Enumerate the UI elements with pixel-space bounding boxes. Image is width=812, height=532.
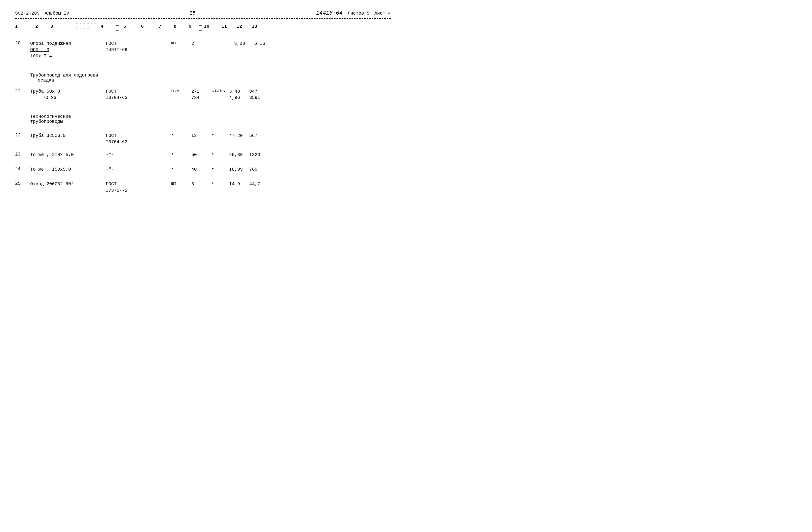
- col-sep-8: _: [184, 24, 189, 29]
- row-21-material: сталь: [212, 88, 229, 93]
- col-header-10: I0: [204, 24, 217, 29]
- row-25-gost: ГОСТ I7375-72: [106, 181, 146, 193]
- sheets-label: Листов 5: [348, 11, 369, 16]
- row-22-total: 567: [249, 133, 272, 139]
- col-header-7: 7: [159, 24, 169, 29]
- page-num: - I5 -: [74, 10, 311, 16]
- row-22-unit: •: [171, 133, 191, 138]
- row-23-gost: -"-: [106, 152, 146, 158]
- section-heading-tech-line2: трубопроводы: [30, 119, 391, 124]
- col-sep-13: __: [262, 24, 267, 29]
- row-23-material: •: [212, 152, 229, 157]
- col-sep-9: _ _: [199, 21, 204, 31]
- row-23-qty: 50: [191, 152, 212, 158]
- album-label: Альбом IV: [45, 11, 69, 16]
- col-sep-12: _: [247, 24, 252, 29]
- row-22-qty: I2: [191, 133, 212, 139]
- row-21-total: 947 359I: [249, 88, 272, 101]
- col-header-1: I: [15, 24, 30, 29]
- header: 902-2-289 Альбом IV - I5 - 14416·04 Лист…: [15, 10, 391, 16]
- col-header-12: I2: [237, 24, 247, 29]
- row-22-num: 22.: [15, 133, 30, 138]
- doc-number: 902-2-289: [15, 11, 40, 16]
- row-22-mass: 47.20: [229, 133, 249, 139]
- row-24-material: •: [212, 166, 229, 172]
- row-24-mass: I8,99: [229, 166, 249, 173]
- row-20-unit: шт: [171, 41, 191, 46]
- row-21-num: 2I.: [15, 88, 30, 93]
- columns-row: I _ 2 _ 3 ---------- 4 _ _ 5 __ 6 __ 7 _…: [15, 20, 391, 32]
- row-23-total: I320: [249, 152, 272, 158]
- table-row-22: 22. Труба 325х6,0 ГОСТ I0704-63 • I2 • 4…: [15, 133, 391, 145]
- col-header-9: 9: [189, 24, 199, 29]
- row-25-num: 25.: [15, 181, 30, 186]
- col-sep-10: __: [217, 24, 221, 29]
- row-20-qty: 2: [191, 41, 212, 47]
- col-sep-5: __: [136, 24, 141, 29]
- row-24-gost: -"-: [106, 166, 146, 173]
- row-21-unit: п.м: [171, 88, 191, 93]
- col-header-3: 3: [50, 24, 75, 29]
- section-heading-tech: Технологические трубопроводы: [15, 114, 391, 124]
- col-header-2: 2: [35, 24, 45, 29]
- col-header-6: 6: [141, 24, 154, 29]
- row-25-qty: 3: [191, 181, 212, 187]
- section-heading-line2: осадка: [30, 78, 391, 83]
- row-25-name: Отвод 200С32 90°: [30, 181, 106, 187]
- sheet-label: Лист 4: [374, 11, 391, 16]
- row-23-name: То же , 2I9х 5,0: [30, 152, 106, 158]
- col-header-4: 4: [101, 24, 116, 29]
- row-25-mass: I4.9: [229, 181, 249, 187]
- row-20-name: Опора подвижная ОПП – 3 100x I14: [30, 41, 106, 60]
- table-row-24: 24. То же . I59х5,0 -"- • 40 • I8,99 760: [15, 166, 391, 174]
- row-23-unit: •: [171, 152, 191, 157]
- row-21-qty: 272 724: [191, 88, 212, 101]
- row-21-gost: ГОСТ I0704-63: [106, 88, 146, 101]
- doc-code: 14416·04: [316, 10, 343, 16]
- row-24-unit: •: [171, 166, 191, 172]
- col-header-13: I3: [252, 24, 262, 29]
- col-sep-6: __: [154, 24, 159, 29]
- row-22-gost: ГОСТ I0704-63: [106, 133, 146, 145]
- row-21-mass: 3,48 4,96: [229, 88, 249, 101]
- section-heading-line1: Трубопровод для подогрева: [30, 73, 391, 78]
- table-row-21: 2I. Труба 50x 3 70 x3 ГОСТ I0704-63 п.м …: [15, 88, 391, 101]
- col-sep-4: _ _: [116, 21, 124, 31]
- row-23-mass: 26,39: [229, 152, 249, 158]
- row-25-material: •: [212, 181, 229, 186]
- row-20-total: 6,I6: [254, 41, 277, 47]
- row-20-num: 20.: [15, 41, 30, 46]
- row-22-material: •: [212, 133, 229, 138]
- table-row-25: 25. Отвод 200С32 90° ГОСТ I7375-72 шт 3 …: [15, 181, 391, 193]
- row-20-gost: ГОСТ I49II-69: [106, 41, 146, 53]
- col-sep-2: _: [45, 24, 50, 29]
- row-25-unit: шт: [171, 181, 191, 186]
- col-dashes-3: ----------: [75, 21, 101, 31]
- table-row-23: 23. То же , 2I9х 5,0 -"- • 50 • 26,39 I3…: [15, 152, 391, 160]
- row-23-num: 23.: [15, 152, 30, 157]
- row-20-mass: 3,08: [234, 41, 254, 47]
- col-sep-1: _: [30, 24, 35, 29]
- table-row: 20. Опора подвижная ОПП – 3 100x I14 ГОС…: [15, 41, 391, 60]
- row-21-name: Труба 50x 3 70 x3: [30, 88, 106, 101]
- col-header-11: II: [221, 24, 232, 29]
- row-24-name: То же . I59х5,0: [30, 166, 106, 173]
- row-24-qty: 40: [191, 166, 212, 173]
- col-sep-7: _: [169, 24, 174, 29]
- col-header-5: 5: [124, 24, 136, 29]
- row-24-total: 760: [249, 166, 272, 173]
- section-heading-truboprovod: Трубопровод для подогрева осадка: [15, 73, 391, 83]
- row-24-num: 24.: [15, 166, 30, 172]
- section-heading-tech-line1: Технологические: [30, 114, 391, 119]
- row-25-total: 44,7: [249, 181, 272, 187]
- col-sep-11: _: [232, 24, 237, 29]
- col-header-8: 8: [174, 24, 184, 29]
- row-22-name: Труба 325х6,0: [30, 133, 106, 139]
- header-separator: [15, 18, 391, 19]
